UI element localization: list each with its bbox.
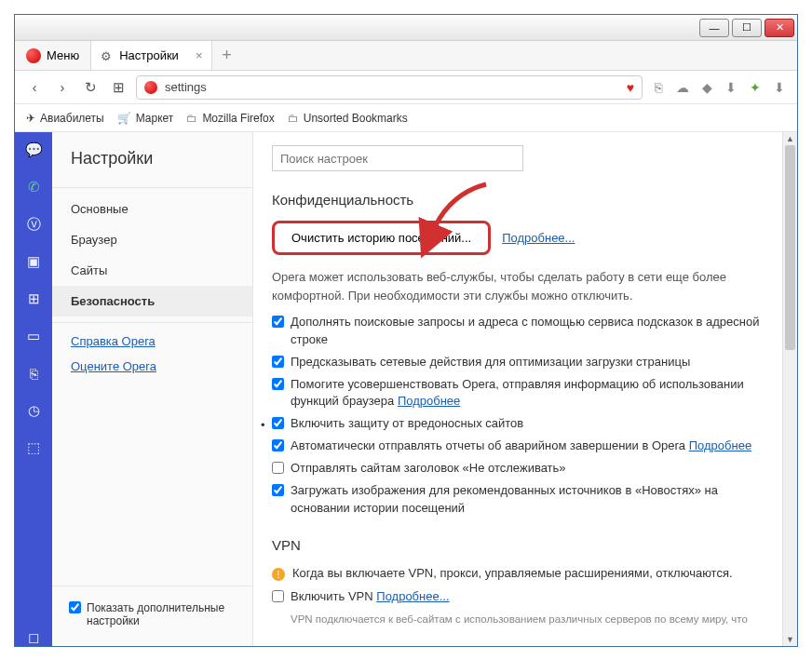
- whatsapp-icon[interactable]: ✆: [25, 179, 42, 195]
- menu-label: Меню: [47, 48, 79, 62]
- tab-close-icon[interactable]: ×: [196, 48, 203, 62]
- ext-icon-1[interactable]: ⎘: [650, 79, 667, 96]
- check-malware[interactable]: Включить защиту от вредоносных сайтов: [272, 415, 778, 433]
- speed-dial-button[interactable]: ⊞: [108, 77, 129, 98]
- ext-icon-2[interactable]: ☁: [674, 79, 691, 96]
- gallery-icon[interactable]: ▣: [25, 253, 42, 270]
- show-advanced-checkbox[interactable]: Показать дополнительные настройки: [52, 592, 252, 637]
- check-predict[interactable]: Предсказывать сетевые действия для оптим…: [272, 354, 778, 371]
- vpn-note: VPN подключается к веб-сайтам с использо…: [291, 613, 778, 625]
- scroll-up-icon[interactable]: ▲: [783, 132, 797, 145]
- address-input[interactable]: [165, 80, 619, 94]
- download-icon[interactable]: ⬇: [771, 79, 788, 96]
- check-improve[interactable]: Помогите усовершенствовать Opera, отправ…: [272, 376, 778, 411]
- search-input[interactable]: [272, 145, 523, 171]
- sidebar-strip: 💬 ✆ ⓥ ▣ ⊞ ▭ ⎘ ◷ ⬚ ◻: [15, 132, 52, 646]
- plane-icon: ✈: [26, 112, 35, 125]
- back-button[interactable]: ‹: [24, 77, 45, 98]
- ext-icon-5[interactable]: ✦: [747, 79, 764, 96]
- tab-title: Настройки: [119, 48, 179, 62]
- address-field[interactable]: ♥: [136, 75, 643, 100]
- vpn-more-link[interactable]: Подробнее...: [376, 589, 449, 603]
- bookmarks-bar: ✈Авиабилеты 🛒Маркет 🗀Mozilla Firefox 🗀Un…: [15, 104, 797, 132]
- clock-icon[interactable]: ◷: [25, 402, 42, 419]
- check-crash[interactable]: Автоматически отправлять отчеты об авари…: [272, 438, 778, 455]
- url-bar: ‹ › ↻ ⊞ ♥ ⎘ ☁ ◆ ⬇ ✦ ⬇: [15, 71, 797, 104]
- check-dnt[interactable]: Отправлять сайтам заголовок «Не отслежив…: [272, 460, 778, 478]
- folder-icon: 🗀: [288, 112, 299, 125]
- nav-help-link[interactable]: Справка Opera: [52, 329, 252, 354]
- main-menu-button[interactable]: Меню: [15, 41, 91, 70]
- app-window: — ☐ ✕ Меню ⚙ Настройки × + ‹ › ↻ ⊞ ♥ ⎘ ☁…: [14, 14, 798, 647]
- settings-nav: Настройки Основные Браузер Сайты Безопас…: [52, 132, 253, 646]
- warning-icon: !: [272, 568, 285, 581]
- nav-sites[interactable]: Сайты: [52, 255, 252, 286]
- ext-icon-4[interactable]: ⬇: [723, 79, 739, 96]
- ext-icon-3[interactable]: ◆: [698, 79, 715, 96]
- crash-more-link[interactable]: Подробнее: [689, 438, 751, 452]
- vpn-heading: VPN: [272, 537, 778, 553]
- learn-more-link[interactable]: Подробнее...: [502, 231, 575, 245]
- bookmark-market[interactable]: 🛒Маркет: [117, 112, 174, 125]
- titlebar: — ☐ ✕: [15, 15, 797, 41]
- close-button[interactable]: ✕: [765, 19, 794, 37]
- folder-icon: 🗀: [186, 112, 197, 125]
- vk-icon[interactable]: ⓥ: [25, 216, 42, 233]
- cart-icon: 🛒: [117, 112, 131, 125]
- news-icon[interactable]: ⎘: [25, 365, 42, 382]
- show-advanced-input[interactable]: [69, 601, 81, 613]
- opera-favicon-icon: [144, 81, 157, 94]
- bookmark-firefox[interactable]: 🗀Mozilla Firefox: [186, 112, 274, 125]
- nav-rate-link[interactable]: Оцените Opera: [52, 354, 252, 379]
- tab-strip: Меню ⚙ Настройки × +: [15, 41, 797, 71]
- clear-history-button[interactable]: Очистить историю посещений...: [272, 221, 491, 255]
- privacy-heading: Конфиденциальность: [272, 192, 778, 208]
- scrollbar[interactable]: ▲ ▼: [782, 132, 797, 646]
- privacy-desc: Opera может использовать веб-службы, что…: [272, 268, 778, 304]
- clear-history-row: Очистить историю посещений... Подробнее.…: [272, 221, 778, 255]
- nav-security[interactable]: Безопасность: [52, 286, 252, 317]
- bookmark-unsorted[interactable]: 🗀Unsorted Bookmarks: [288, 112, 408, 125]
- heart-icon[interactable]: ♥: [627, 80, 634, 95]
- settings-content: Конфиденциальность Очистить историю посе…: [253, 132, 797, 646]
- improve-more-link[interactable]: Подробнее: [398, 394, 460, 408]
- check-vpn[interactable]: Включить VPN Подробнее...: [272, 588, 778, 606]
- new-tab-button[interactable]: +: [212, 41, 240, 70]
- scroll-thumb[interactable]: [785, 145, 795, 350]
- vpn-warning: ! Когда вы включаете VPN, прокси, управл…: [272, 566, 778, 581]
- nav-browser[interactable]: Браузер: [52, 224, 252, 255]
- maximize-button[interactable]: ☐: [732, 19, 762, 37]
- check-suggest[interactable]: Дополнять поисковые запросы и адреса с п…: [272, 314, 778, 349]
- gear-icon: ⚙: [101, 49, 114, 62]
- collapse-icon[interactable]: ◻: [25, 629, 42, 646]
- nav-basic[interactable]: Основные: [52, 194, 252, 224]
- minimize-button[interactable]: —: [699, 19, 729, 37]
- body-area: 💬 ✆ ⓥ ▣ ⊞ ▭ ⎘ ◷ ⬚ ◻ Настройки Основные Б…: [15, 132, 797, 646]
- messenger-icon[interactable]: 💬: [25, 141, 42, 158]
- box-icon[interactable]: ⬚: [25, 439, 42, 456]
- forward-button[interactable]: ›: [52, 77, 73, 98]
- page-title: Настройки: [52, 149, 252, 182]
- speed-dial-icon[interactable]: ⊞: [25, 290, 42, 307]
- opera-logo-icon: [26, 48, 41, 63]
- check-news-images[interactable]: Загружать изображения для рекомендованны…: [272, 482, 778, 518]
- bookmark-flights[interactable]: ✈Авиабилеты: [26, 112, 104, 125]
- scroll-down-icon[interactable]: ▼: [783, 633, 797, 646]
- bookmark-icon[interactable]: ▭: [25, 328, 42, 344]
- tab-settings[interactable]: ⚙ Настройки ×: [91, 41, 212, 70]
- reload-button[interactable]: ↻: [80, 77, 101, 98]
